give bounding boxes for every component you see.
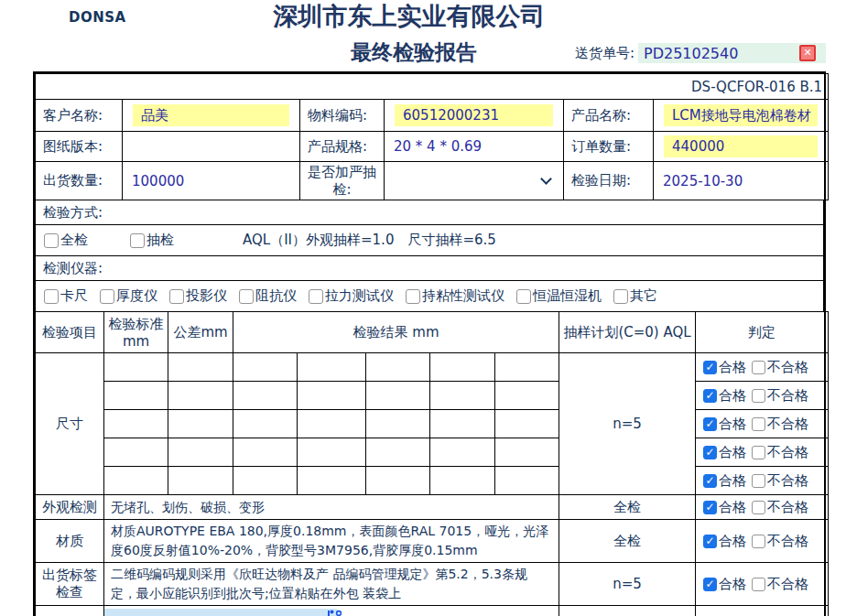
- result-cell[interactable]: [366, 353, 430, 382]
- instrument-option-caliper[interactable]: 卡尺: [44, 287, 100, 305]
- result-cell[interactable]: [495, 438, 559, 467]
- chevron-down-icon[interactable]: [540, 173, 552, 185]
- pass-checkbox[interactable]: ✓: [703, 361, 717, 374]
- tolerance-cell[interactable]: [168, 353, 233, 382]
- thickness-gauge-checkbox[interactable]: [100, 289, 114, 304]
- impedance-meter-checkbox[interactable]: [239, 289, 254, 304]
- result-cell[interactable]: [233, 467, 298, 495]
- result-cell[interactable]: [430, 438, 495, 467]
- adhesion-tester-checkbox[interactable]: [406, 289, 420, 304]
- tolerance-cell[interactable]: [168, 382, 233, 410]
- dimension-plan: n=5: [559, 353, 696, 495]
- standard-cell[interactable]: [104, 438, 168, 467]
- fail-checkbox[interactable]: [752, 535, 765, 548]
- projector-checkbox[interactable]: [169, 289, 184, 304]
- pass-checkbox[interactable]: ✓: [703, 389, 717, 403]
- fail-label: 不合格: [767, 533, 808, 550]
- pass-checkbox[interactable]: ✓: [703, 474, 717, 488]
- tolerance-cell[interactable]: [168, 467, 233, 495]
- result-cell[interactable]: [233, 382, 298, 410]
- pass-checkbox[interactable]: ✓: [703, 535, 717, 548]
- results-table: 检验项目 检验标准mm 公差mm 检验结果 mm 抽样计划(C=0) AQL 判…: [35, 311, 829, 616]
- pass-checkbox[interactable]: ✓: [703, 446, 717, 459]
- clear-delete-icon[interactable]: ✕: [799, 45, 816, 61]
- check-icon: ✓: [705, 474, 714, 487]
- pass-checkbox[interactable]: ✓: [703, 578, 717, 591]
- ship-qty-value[interactable]: 100000: [123, 162, 300, 200]
- result-cell[interactable]: [430, 353, 495, 382]
- sample-inspection-option[interactable]: 抽检: [130, 232, 186, 249]
- tolerance-cell[interactable]: [168, 438, 233, 467]
- result-cell[interactable]: [366, 438, 430, 467]
- result-cell[interactable]: [298, 353, 366, 382]
- material-plan: 全检: [559, 520, 696, 563]
- result-cell[interactable]: [298, 410, 366, 438]
- drawing-version-input[interactable]: [123, 132, 300, 162]
- tolerance-cell[interactable]: [168, 410, 233, 438]
- drawing-version-label: 图纸版本:: [36, 132, 123, 162]
- check-icon: ✓: [705, 501, 714, 513]
- collab-cursor-icon: [326, 610, 346, 616]
- result-cell[interactable]: [495, 353, 559, 382]
- customer-input[interactable]: 品美: [133, 104, 289, 126]
- fail-checkbox[interactable]: [752, 361, 765, 374]
- pass-checkbox[interactable]: ✓: [703, 417, 717, 431]
- full-inspection-option[interactable]: 全检: [44, 232, 100, 249]
- result-cell[interactable]: [495, 410, 559, 438]
- result-cell[interactable]: [430, 382, 495, 410]
- dimension-row: ✓ 合格 不合格: [36, 438, 829, 467]
- result-cell[interactable]: [430, 410, 495, 438]
- result-cell[interactable]: [495, 467, 559, 495]
- fail-checkbox[interactable]: [752, 389, 765, 403]
- inspection-date-value[interactable]: 2025-10-30: [654, 162, 829, 200]
- tension-tester-checkbox[interactable]: [309, 289, 323, 304]
- other-checkbox[interactable]: [613, 289, 628, 304]
- instrument-option-thickness-gauge[interactable]: 厚度仪: [100, 287, 169, 305]
- strict-inspection-dropdown[interactable]: [385, 162, 564, 200]
- standard-cell[interactable]: [104, 467, 168, 495]
- pass-checkbox[interactable]: ✓: [703, 501, 717, 514]
- col-header-item: 检验项目: [36, 312, 104, 353]
- instrument-option-projector[interactable]: 投影仪: [169, 287, 239, 305]
- fail-checkbox[interactable]: [752, 474, 765, 488]
- dimension-row: 尺寸 n=5 ✓ 合格 不合格: [36, 353, 829, 382]
- climate-chamber-checkbox[interactable]: [516, 289, 531, 304]
- fail-checkbox[interactable]: [752, 501, 765, 514]
- order-qty-input[interactable]: 440000: [664, 135, 818, 157]
- delivery-number-group: 送货单号: PD25102540 ✕: [575, 43, 826, 63]
- product-name-input[interactable]: LCM接地导电泡棉卷材: [664, 104, 818, 126]
- material-code-input[interactable]: 60512000231: [395, 104, 553, 126]
- instrument-option-impedance-meter[interactable]: 阻抗仪: [239, 287, 309, 305]
- sample-inspection-checkbox[interactable]: [130, 233, 145, 248]
- instrument-option-adhesion-tester[interactable]: 持粘性测试仪: [406, 287, 516, 305]
- result-cell[interactable]: [233, 353, 298, 382]
- fail-label: 不合格: [767, 576, 808, 593]
- instrument-option-climate-chamber[interactable]: 恒温恒湿机: [516, 287, 613, 305]
- fail-checkbox[interactable]: [752, 446, 765, 459]
- result-cell[interactable]: [233, 438, 298, 467]
- delivery-number-input[interactable]: PD25102540 ✕: [638, 43, 826, 63]
- instrument-option-tension-tester[interactable]: 拉力测试仪: [309, 287, 406, 305]
- result-cell[interactable]: [298, 382, 366, 410]
- full-inspection-label: 全检: [60, 232, 88, 249]
- result-cell[interactable]: [366, 410, 430, 438]
- result-cell[interactable]: [366, 467, 430, 495]
- standard-cell[interactable]: [104, 353, 168, 382]
- result-cell[interactable]: [233, 410, 298, 438]
- result-cell[interactable]: [298, 438, 366, 467]
- caliper-checkbox[interactable]: [44, 289, 59, 304]
- result-cell[interactable]: [366, 382, 430, 410]
- standard-cell[interactable]: [104, 410, 168, 438]
- standard-cell[interactable]: [104, 382, 168, 410]
- fail-checkbox[interactable]: [752, 578, 765, 591]
- result-cell[interactable]: [430, 467, 495, 495]
- pass-label: 合格: [719, 387, 746, 405]
- pass-label: 合格: [719, 576, 746, 593]
- fail-checkbox[interactable]: [752, 417, 765, 431]
- result-cell[interactable]: [298, 467, 366, 495]
- full-inspection-checkbox[interactable]: [44, 233, 59, 248]
- instrument-option-other[interactable]: 其它: [613, 287, 669, 305]
- product-spec-value[interactable]: 20 * 4 * 0.69: [385, 132, 564, 162]
- result-cell[interactable]: [495, 382, 559, 410]
- shipping-label-plan: n=5: [559, 563, 696, 606]
